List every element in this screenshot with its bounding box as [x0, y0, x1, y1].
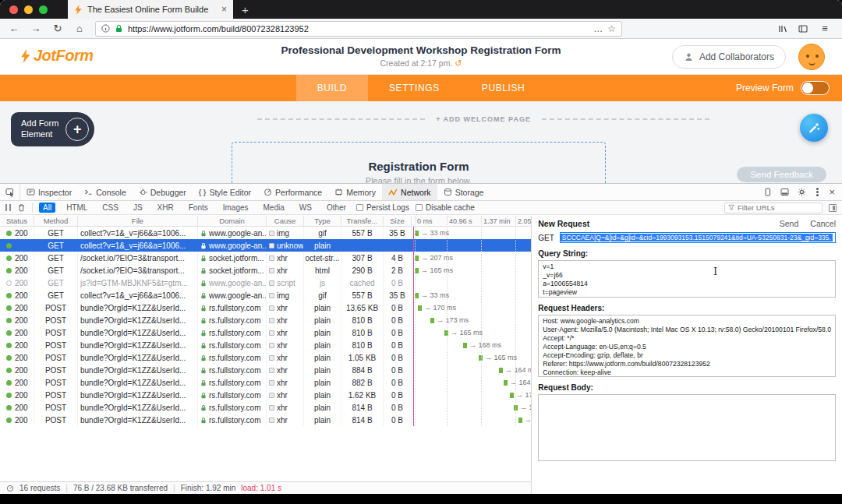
col-status[interactable]: Status: [0, 216, 34, 226]
filter-chip[interactable]: Images: [219, 203, 253, 213]
tab-style-editor[interactable]: { } Style Editor: [193, 184, 257, 200]
filter-chip[interactable]: WS: [295, 203, 316, 213]
query-string-editor[interactable]: v=1 _v=j66 a=1006554814 t=pageviewI: [538, 260, 836, 298]
col-transferred[interactable]: Transfe...: [341, 216, 384, 226]
zoom-window-icon[interactable]: [39, 5, 48, 14]
pick-element-icon[interactable]: [0, 184, 20, 200]
form-page-card[interactable]: Registration Form Please fill in the for…: [232, 142, 606, 183]
settings-gear-icon[interactable]: [798, 188, 806, 196]
col-type[interactable]: Type: [304, 216, 341, 226]
tab-memory[interactable]: Memory: [328, 184, 382, 200]
network-request-row[interactable]: 200 GET js?id=GTM-MBJKNF5&t=gtm... www.g…: [0, 277, 531, 289]
tab-console[interactable]: Console: [78, 184, 133, 200]
responsive-mode-icon[interactable]: [763, 188, 772, 196]
minimize-window-icon[interactable]: [24, 5, 33, 14]
home-icon[interactable]: ⌂: [73, 23, 86, 33]
timing-label: → 173 ms: [510, 391, 531, 399]
dock-bottom-icon[interactable]: [780, 188, 789, 196]
preview-toggle[interactable]: [801, 81, 830, 95]
page-actions-icon[interactable]: …: [593, 23, 603, 34]
more-options-icon[interactable]: [816, 191, 819, 193]
tab-performance[interactable]: Performance: [257, 184, 328, 200]
domain-cell: www.google-an...: [198, 227, 267, 239]
send-feedback-button[interactable]: Send Feedback: [737, 167, 826, 182]
jotform-logo[interactable]: JotForm: [20, 47, 94, 65]
panel-header: New Request Send Cancel: [538, 218, 836, 229]
add-collaborators-button[interactable]: Add Collaborators: [672, 45, 786, 69]
user-avatar[interactable]: [798, 44, 825, 70]
filter-chip[interactable]: JS: [129, 203, 147, 213]
filter-chip[interactable]: Fonts: [185, 203, 212, 213]
network-request-row[interactable]: 200 GET collect?v=1&_v=j66&a=1006... www…: [0, 227, 531, 239]
filter-chip[interactable]: Other: [323, 203, 350, 213]
network-details-toggle-icon[interactable]: [829, 204, 837, 212]
tab-label: Inspector: [38, 188, 72, 197]
network-request-row[interactable]: 200 GET collect?v=1&_v=j66&a=1006... www…: [0, 289, 531, 301]
network-request-row[interactable]: 200 POST bundle?OrgId=K1ZZ&UserId... rs.…: [0, 326, 531, 339]
waterfall-bar: [415, 293, 419, 298]
reload-icon[interactable]: ↻: [51, 23, 64, 33]
back-icon[interactable]: ←: [8, 23, 20, 33]
network-request-row[interactable]: 200 POST bundle?OrgId=K1ZZ&UserId... rs.…: [0, 401, 531, 414]
request-body-editor[interactable]: [538, 394, 836, 461]
site-info-icon[interactable]: [101, 24, 110, 33]
sidebar-icon[interactable]: [798, 24, 808, 33]
network-request-row[interactable]: 200 POST bundle?OrgId=K1ZZ&UserId... rs.…: [0, 339, 531, 351]
filter-chip[interactable]: Media: [260, 203, 288, 213]
performance-analysis-icon[interactable]: [6, 485, 14, 492]
network-request-row[interactable]: 200 POST bundle?OrgId=K1ZZ&UserId... rs.…: [0, 414, 531, 426]
tab-network[interactable]: Network: [382, 184, 437, 200]
network-request-row[interactable]: 200 POST bundle?OrgId=K1ZZ&UserId... rs.…: [0, 314, 531, 326]
menu-icon[interactable]: ≡: [819, 23, 831, 33]
col-cause[interactable]: Cause: [267, 216, 304, 226]
new-tab-icon[interactable]: +: [233, 3, 257, 16]
send-button[interactable]: Send: [780, 219, 799, 228]
status-dot-icon: [6, 231, 12, 236]
pause-icon[interactable]: [5, 204, 11, 211]
request-url-input[interactable]: SCCCAEA|Q~&]id=&g]id=&cid=1993093153.151…: [560, 232, 836, 243]
col-size[interactable]: Size: [384, 216, 412, 226]
col-file[interactable]: File: [78, 216, 198, 226]
network-request-row[interactable]: GET collect?v=1&_v=j66&a=1006... www.goo…: [0, 239, 531, 252]
request-headers-editor[interactable]: Host: www.google-analytics.com User-Agen…: [538, 315, 836, 377]
builder-nav-tab[interactable]: SETTINGS: [368, 75, 461, 101]
builder-nav-tab[interactable]: PUBLISH: [461, 75, 547, 101]
tab-inspector[interactable]: Inspector: [20, 184, 78, 200]
col-domain[interactable]: Domain: [198, 216, 267, 226]
library-icon[interactable]: [778, 24, 787, 33]
tab-close-icon[interactable]: ×: [221, 4, 227, 15]
network-request-row[interactable]: 200 POST bundle?OrgId=K1ZZ&UserId... rs.…: [0, 301, 531, 314]
close-window-icon[interactable]: [9, 5, 18, 14]
tab-storage[interactable]: Storage: [437, 184, 490, 200]
filter-urls-input[interactable]: [724, 203, 823, 213]
browser-tab[interactable]: The Easiest Online Form Builde ×: [68, 0, 233, 19]
network-request-row[interactable]: 200 GET /socket.io/?EIO=3&transport... s…: [0, 252, 531, 264]
filter-chip[interactable]: CSS: [98, 203, 122, 213]
form-designer-button[interactable]: [800, 114, 828, 142]
add-welcome-page[interactable]: + ADD WELCOME PAGE: [257, 115, 709, 123]
filter-chip[interactable]: XHR: [154, 203, 178, 213]
address-bar[interactable]: https://www.jotform.com/build/8007232812…: [95, 21, 622, 37]
network-request-row[interactable]: 200 POST bundle?OrgId=K1ZZ&UserId... rs.…: [0, 364, 531, 376]
network-request-row[interactable]: 200 GET /socket.io/?EIO=3&transport... s…: [0, 264, 531, 277]
col-method[interactable]: Method: [34, 216, 78, 226]
cancel-button[interactable]: Cancel: [810, 219, 836, 228]
add-form-element-button[interactable]: Add FormElement +: [11, 112, 94, 146]
filter-chip[interactable]: HTML: [62, 203, 91, 213]
forward-icon[interactable]: →: [30, 23, 42, 33]
bookmark-star-icon[interactable]: ☆: [607, 23, 616, 34]
network-request-row[interactable]: 200 POST bundle?OrgId=K1ZZ&UserId... rs.…: [0, 351, 531, 364]
filter-chip[interactable]: All: [39, 203, 55, 213]
builder-nav-tab[interactable]: BUILD: [296, 75, 368, 101]
network-request-row[interactable]: 200 POST bundle?OrgId=K1ZZ&UserId... rs.…: [0, 376, 531, 389]
clear-requests-icon[interactable]: [17, 203, 26, 212]
col-waterfall[interactable]: 0 ms40.96 s1.37 min2.05 m: [412, 216, 531, 226]
undo-icon[interactable]: ↺: [455, 58, 462, 68]
network-request-row[interactable]: 200 POST bundle?OrgId=K1ZZ&UserId... rs.…: [0, 389, 531, 401]
disable-cache-checkbox[interactable]: Disable cache: [416, 203, 475, 212]
tab-debugger[interactable]: Debugger: [133, 184, 193, 200]
status-dot-icon: [6, 256, 12, 261]
persist-logs-checkbox[interactable]: Persist Logs: [356, 203, 409, 212]
close-devtools-icon[interactable]: ×: [829, 186, 835, 198]
type-cell: plain: [304, 339, 341, 351]
